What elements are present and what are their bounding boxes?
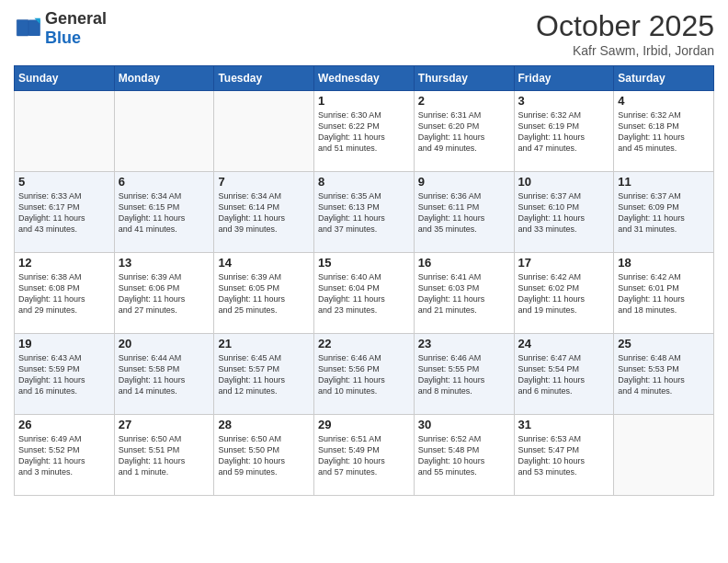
day-number: 17 [518,256,610,270]
day-number: 9 [418,175,510,189]
logo-blue-text: Blue [45,29,81,47]
calendar-cell [114,91,214,172]
day-number: 20 [119,337,210,350]
title-block: October 2025 Kafr Sawm, Irbid, Jordan [536,9,714,58]
calendar-cell: 16Sunrise: 6:41 AM Sunset: 6:03 PM Dayli… [414,253,514,334]
location-subtitle: Kafr Sawm, Irbid, Jordan [536,43,714,58]
day-info: Sunrise: 6:39 AM Sunset: 6:06 PM Dayligh… [119,271,210,316]
day-number: 10 [518,175,610,189]
day-number: 15 [318,256,410,270]
calendar-cell: 31Sunrise: 6:53 AM Sunset: 5:47 PM Dayli… [514,415,614,496]
day-info: Sunrise: 6:47 AM Sunset: 5:54 PM Dayligh… [518,352,610,397]
day-info: Sunrise: 6:46 AM Sunset: 5:56 PM Dayligh… [318,352,410,397]
calendar-cell: 2Sunrise: 6:31 AM Sunset: 6:20 PM Daylig… [414,91,514,172]
calendar-cell: 7Sunrise: 6:34 AM Sunset: 6:14 PM Daylig… [214,172,314,253]
day-header-monday: Monday [114,66,214,91]
calendar-cell: 30Sunrise: 6:52 AM Sunset: 5:48 PM Dayli… [414,415,514,496]
day-number: 14 [218,256,310,270]
logo-icon [14,14,43,43]
day-header-saturday: Saturday [614,66,714,91]
day-info: Sunrise: 6:46 AM Sunset: 5:55 PM Dayligh… [418,352,510,397]
calendar-cell: 12Sunrise: 6:38 AM Sunset: 6:08 PM Dayli… [15,253,115,334]
calendar-cell: 5Sunrise: 6:33 AM Sunset: 6:17 PM Daylig… [15,172,115,253]
day-number: 21 [218,337,310,350]
calendar-week-row: 1Sunrise: 6:30 AM Sunset: 6:22 PM Daylig… [15,91,714,172]
calendar-cell: 3Sunrise: 6:32 AM Sunset: 6:19 PM Daylig… [514,91,614,172]
calendar-cell [15,91,115,172]
calendar-cell: 27Sunrise: 6:50 AM Sunset: 5:51 PM Dayli… [114,415,214,496]
calendar-week-row: 12Sunrise: 6:38 AM Sunset: 6:08 PM Dayli… [15,253,714,334]
page: General Blue October 2025 Kafr Sawm, Irb… [0,0,728,563]
calendar-cell: 26Sunrise: 6:49 AM Sunset: 5:52 PM Dayli… [15,415,115,496]
calendar-cell: 9Sunrise: 6:36 AM Sunset: 6:11 PM Daylig… [414,172,514,253]
calendar-week-row: 26Sunrise: 6:49 AM Sunset: 5:52 PM Dayli… [15,415,714,496]
calendar-cell: 21Sunrise: 6:45 AM Sunset: 5:57 PM Dayli… [214,334,314,415]
calendar-cell [614,415,714,496]
day-number: 22 [318,337,410,350]
svg-rect-1 [17,19,28,36]
day-info: Sunrise: 6:34 AM Sunset: 6:15 PM Dayligh… [119,190,210,236]
day-number: 16 [418,256,510,270]
day-info: Sunrise: 6:32 AM Sunset: 6:18 PM Dayligh… [618,109,710,155]
day-info: Sunrise: 6:39 AM Sunset: 6:05 PM Dayligh… [218,271,310,316]
day-info: Sunrise: 6:31 AM Sunset: 6:20 PM Dayligh… [418,109,510,155]
day-info: Sunrise: 6:33 AM Sunset: 6:17 PM Dayligh… [18,190,110,236]
day-info: Sunrise: 6:37 AM Sunset: 6:09 PM Dayligh… [618,190,710,236]
day-number: 3 [518,94,610,108]
day-number: 5 [18,175,110,189]
day-number: 27 [119,418,210,431]
day-info: Sunrise: 6:30 AM Sunset: 6:22 PM Dayligh… [318,109,410,155]
calendar-cell: 13Sunrise: 6:39 AM Sunset: 6:06 PM Dayli… [114,253,214,334]
day-info: Sunrise: 6:44 AM Sunset: 5:58 PM Dayligh… [119,352,210,397]
day-number: 29 [318,418,410,431]
calendar-table: SundayMondayTuesdayWednesdayThursdayFrid… [14,65,714,496]
day-header-sunday: Sunday [15,66,115,91]
day-info: Sunrise: 6:35 AM Sunset: 6:13 PM Dayligh… [318,190,410,236]
day-number: 31 [518,418,610,431]
day-number: 28 [218,418,310,431]
day-number: 18 [618,256,710,270]
day-number: 30 [418,418,510,431]
day-number: 6 [119,175,210,189]
calendar-cell: 11Sunrise: 6:37 AM Sunset: 6:09 PM Dayli… [614,172,714,253]
calendar-week-row: 5Sunrise: 6:33 AM Sunset: 6:17 PM Daylig… [15,172,714,253]
calendar-cell: 22Sunrise: 6:46 AM Sunset: 5:56 PM Dayli… [314,334,415,415]
calendar-week-row: 19Sunrise: 6:43 AM Sunset: 5:59 PM Dayli… [15,334,714,415]
calendar-cell [214,91,314,172]
header: General Blue October 2025 Kafr Sawm, Irb… [14,9,714,58]
day-header-wednesday: Wednesday [314,66,415,91]
day-info: Sunrise: 6:32 AM Sunset: 6:19 PM Dayligh… [518,109,610,155]
calendar-cell: 29Sunrise: 6:51 AM Sunset: 5:49 PM Dayli… [314,415,415,496]
calendar-header-row: SundayMondayTuesdayWednesdayThursdayFrid… [15,66,714,91]
calendar-cell: 4Sunrise: 6:32 AM Sunset: 6:18 PM Daylig… [614,91,714,172]
day-info: Sunrise: 6:53 AM Sunset: 5:47 PM Dayligh… [518,433,610,478]
day-header-friday: Friday [514,66,614,91]
day-info: Sunrise: 6:37 AM Sunset: 6:10 PM Dayligh… [518,190,610,236]
day-info: Sunrise: 6:49 AM Sunset: 5:52 PM Dayligh… [18,433,110,478]
calendar-cell: 25Sunrise: 6:48 AM Sunset: 5:53 PM Dayli… [614,334,714,415]
day-number: 13 [119,256,210,270]
day-number: 2 [418,94,510,108]
day-info: Sunrise: 6:43 AM Sunset: 5:59 PM Dayligh… [18,352,110,397]
day-info: Sunrise: 6:52 AM Sunset: 5:48 PM Dayligh… [418,433,510,478]
day-info: Sunrise: 6:36 AM Sunset: 6:11 PM Dayligh… [418,190,510,236]
logo: General Blue [14,9,107,48]
day-number: 4 [618,94,710,108]
day-info: Sunrise: 6:42 AM Sunset: 6:01 PM Dayligh… [618,271,710,316]
calendar-cell: 8Sunrise: 6:35 AM Sunset: 6:13 PM Daylig… [314,172,415,253]
day-info: Sunrise: 6:42 AM Sunset: 6:02 PM Dayligh… [518,271,610,316]
day-number: 12 [18,256,110,270]
calendar-cell: 17Sunrise: 6:42 AM Sunset: 6:02 PM Dayli… [514,253,614,334]
calendar-cell: 20Sunrise: 6:44 AM Sunset: 5:58 PM Dayli… [114,334,214,415]
calendar-cell: 6Sunrise: 6:34 AM Sunset: 6:15 PM Daylig… [114,172,214,253]
calendar-cell: 28Sunrise: 6:50 AM Sunset: 5:50 PM Dayli… [214,415,314,496]
calendar-cell: 18Sunrise: 6:42 AM Sunset: 6:01 PM Dayli… [614,253,714,334]
day-header-thursday: Thursday [414,66,514,91]
day-number: 25 [618,337,710,350]
day-info: Sunrise: 6:41 AM Sunset: 6:03 PM Dayligh… [418,271,510,316]
day-info: Sunrise: 6:50 AM Sunset: 5:51 PM Dayligh… [119,433,210,478]
month-title: October 2025 [536,9,714,43]
day-number: 23 [418,337,510,350]
day-info: Sunrise: 6:45 AM Sunset: 5:57 PM Dayligh… [218,352,310,397]
day-info: Sunrise: 6:51 AM Sunset: 5:49 PM Dayligh… [318,433,410,478]
